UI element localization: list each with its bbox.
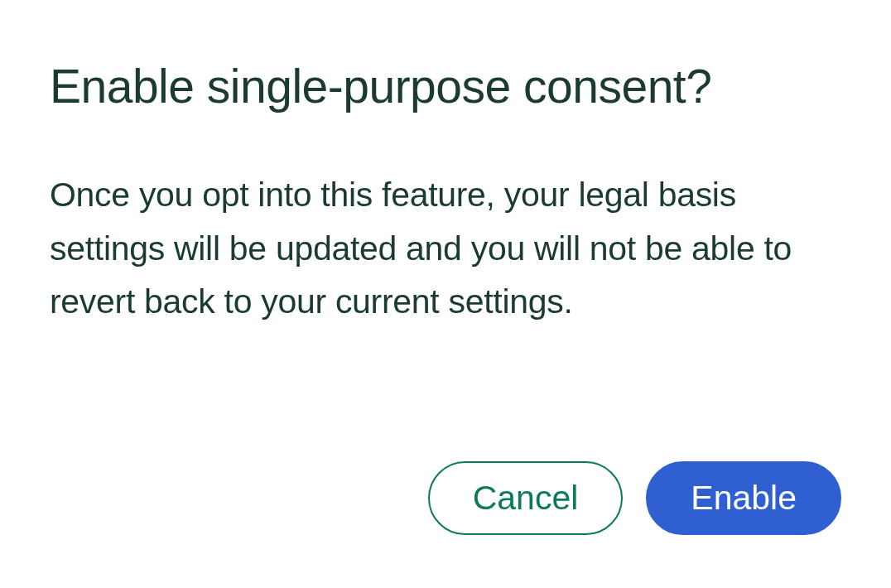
dialog-body-text: Once you opt into this feature, your leg… [50,168,841,329]
dialog-button-row: Cancel Enable [50,461,841,538]
cancel-button[interactable]: Cancel [428,461,624,535]
enable-button[interactable]: Enable [646,461,841,535]
dialog-title: Enable single-purpose consent? [50,54,841,120]
